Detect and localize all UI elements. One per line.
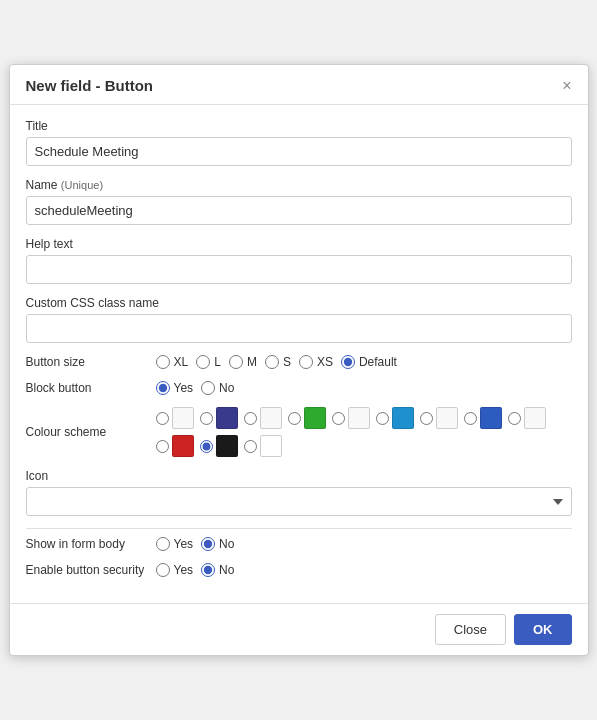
icon-group: Icon (26, 469, 572, 516)
modal-footer: Close OK (10, 603, 588, 655)
colour-swatch-10 (216, 435, 238, 457)
help-text-label: Help text (26, 237, 572, 251)
colour-swatch-3 (304, 407, 326, 429)
enable-security-no[interactable]: No (201, 563, 234, 577)
modal-dialog: New field - Button × Title Name (Unique)… (9, 64, 589, 656)
colour-swatch-6 (436, 407, 458, 429)
divider (26, 528, 572, 529)
ok-button[interactable]: OK (514, 614, 572, 645)
show-form-body-yes[interactable]: Yes (156, 537, 194, 551)
colour-swatch-2 (260, 407, 282, 429)
css-class-group: Custom CSS class name (26, 296, 572, 343)
colour-scheme-options (156, 407, 572, 457)
enable-security-label: Enable button security (26, 563, 156, 577)
button-size-label: Button size (26, 355, 156, 369)
name-sub-label: (Unique) (61, 179, 103, 191)
button-size-xs[interactable]: XS (299, 355, 333, 369)
modal-header: New field - Button × (10, 65, 588, 105)
colour-transparent3[interactable] (332, 407, 370, 429)
show-form-body-row: Show in form body Yes No (26, 537, 572, 551)
help-text-group: Help text (26, 237, 572, 284)
enable-security-options: Yes No (156, 563, 235, 577)
colour-transparent5[interactable] (508, 407, 546, 429)
show-form-body-label: Show in form body (26, 537, 156, 551)
colour-swatch-1 (216, 407, 238, 429)
enable-security-row: Enable button security Yes No (26, 563, 572, 577)
icon-label: Icon (26, 469, 572, 483)
block-button-label: Block button (26, 381, 156, 395)
css-class-label: Custom CSS class name (26, 296, 572, 310)
button-size-s[interactable]: S (265, 355, 291, 369)
title-label: Title (26, 119, 572, 133)
colour-transparent4[interactable] (420, 407, 458, 429)
colour-white[interactable] (244, 435, 282, 457)
button-size-default[interactable]: Default (341, 355, 397, 369)
block-button-row: Block button Yes No (26, 381, 572, 395)
icon-select[interactable] (26, 487, 572, 516)
name-group: Name (Unique) (26, 178, 572, 225)
show-form-body-options: Yes No (156, 537, 235, 551)
colour-blue[interactable] (464, 407, 502, 429)
show-form-body-no[interactable]: No (201, 537, 234, 551)
block-button-yes[interactable]: Yes (156, 381, 194, 395)
colour-light-blue[interactable] (376, 407, 414, 429)
colour-transparent2[interactable] (244, 407, 282, 429)
button-size-m[interactable]: M (229, 355, 257, 369)
colour-selected[interactable] (200, 435, 238, 457)
colour-swatch-4 (348, 407, 370, 429)
close-x-button[interactable]: × (562, 78, 571, 94)
title-input[interactable] (26, 137, 572, 166)
colour-swatch-9 (172, 435, 194, 457)
colour-swatch-0 (172, 407, 194, 429)
modal-title: New field - Button (26, 77, 154, 94)
colour-transparent1[interactable] (156, 407, 194, 429)
button-size-row: Button size XL L M S (26, 355, 572, 369)
button-size-xl[interactable]: XL (156, 355, 189, 369)
colour-navy[interactable] (200, 407, 238, 429)
enable-security-yes[interactable]: Yes (156, 563, 194, 577)
title-group: Title (26, 119, 572, 166)
css-class-input[interactable] (26, 314, 572, 343)
colour-scheme-row: Colour scheme (26, 407, 572, 457)
colour-swatch-5 (392, 407, 414, 429)
colour-swatch-8 (524, 407, 546, 429)
button-size-options: XL L M S XS (156, 355, 397, 369)
help-text-input[interactable] (26, 255, 572, 284)
colour-green[interactable] (288, 407, 326, 429)
close-button[interactable]: Close (435, 614, 506, 645)
colour-red[interactable] (156, 435, 194, 457)
colour-scheme-label: Colour scheme (26, 425, 156, 439)
colour-swatch-7 (480, 407, 502, 429)
block-button-no[interactable]: No (201, 381, 234, 395)
name-label: Name (Unique) (26, 178, 572, 192)
button-size-l[interactable]: L (196, 355, 221, 369)
colour-swatch-11 (260, 435, 282, 457)
modal-body: Title Name (Unique) Help text Custom CSS… (10, 105, 588, 603)
name-input[interactable] (26, 196, 572, 225)
block-button-options: Yes No (156, 381, 235, 395)
